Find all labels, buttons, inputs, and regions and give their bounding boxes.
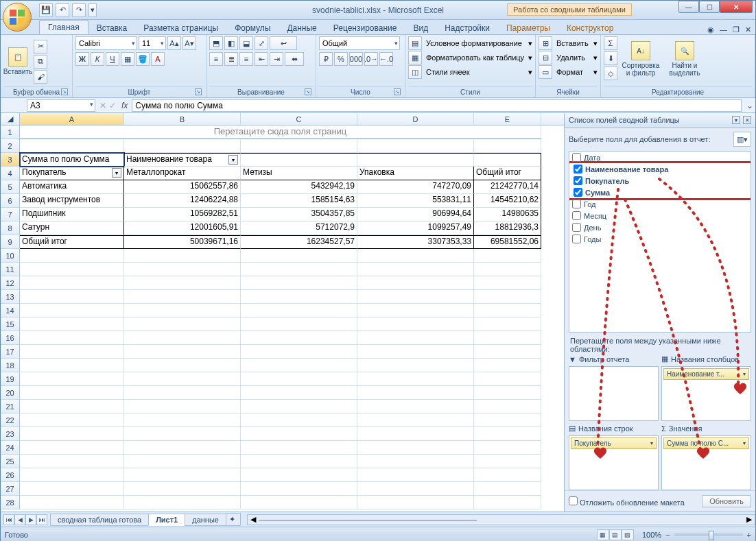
horizontal-scrollbar[interactable]: ◀▶ — [247, 514, 755, 525]
align-left[interactable]: ≡ — [209, 52, 223, 66]
cell-B6[interactable]: 12406224,88 — [124, 194, 241, 208]
cell-C16[interactable] — [241, 331, 357, 345]
field-checkbox[interactable] — [572, 200, 581, 208]
field-list-box[interactable]: ДатаНаименование товараПокупательСуммаГо… — [569, 151, 751, 333]
cell-E11[interactable] — [474, 263, 541, 276]
cell-D27[interactable] — [357, 482, 474, 496]
qat-save[interactable]: 💾 — [39, 3, 53, 17]
row-header[interactable]: 2 — [1, 139, 20, 153]
row-header[interactable]: 9 — [1, 235, 20, 249]
cell-E21[interactable] — [474, 400, 541, 413]
ribbon-tab-options[interactable]: Параметры — [498, 21, 558, 34]
cell-C7[interactable]: 3504357,85 — [241, 208, 357, 221]
row-header[interactable]: 6 — [1, 194, 20, 208]
font-name-combo[interactable]: Calibri — [75, 36, 137, 50]
autosum-button[interactable]: Σ — [604, 36, 617, 50]
field-checkbox[interactable] — [572, 223, 581, 232]
row-header[interactable]: 25 — [1, 455, 20, 468]
cell-A20[interactable] — [20, 386, 124, 400]
cell-E22[interactable] — [474, 413, 541, 427]
row-header[interactable]: 17 — [1, 345, 20, 359]
row-header[interactable]: 10 — [1, 249, 20, 263]
cell-D22[interactable] — [357, 413, 474, 427]
cell-B7[interactable]: 10569282,51 — [124, 208, 241, 221]
underline-button[interactable]: Ч — [106, 52, 119, 66]
cell-E7[interactable]: 14980635 — [474, 208, 541, 221]
defer-update-checkbox[interactable]: Отложить обновление макета — [569, 496, 685, 507]
cell-D21[interactable] — [357, 400, 474, 413]
ribbon-tab-addins[interactable]: Надстройки — [436, 21, 498, 34]
cell-B12[interactable] — [124, 276, 241, 290]
cell-D2[interactable] — [357, 139, 474, 153]
cell-A25[interactable] — [20, 455, 124, 468]
tab-nav-last[interactable]: ⏭ — [36, 514, 47, 525]
cell-A2[interactable] — [20, 139, 124, 153]
align-bottom[interactable]: ⬓ — [239, 36, 253, 50]
ribbon-tab-view[interactable]: Вид — [405, 21, 436, 34]
cell-E12[interactable] — [474, 276, 541, 290]
cell-D28[interactable] — [357, 496, 474, 509]
inc-decimal[interactable]: .0→ — [364, 52, 378, 66]
border-button[interactable]: ▦ — [121, 52, 134, 66]
cell-C3[interactable] — [241, 153, 357, 167]
cell-D4[interactable]: Упаковка — [357, 167, 474, 180]
cell-A15[interactable] — [20, 317, 124, 331]
cell-C6[interactable]: 1585154,63 — [241, 194, 357, 208]
zoom-slider[interactable] — [674, 533, 743, 536]
font-size-combo[interactable]: 11 — [139, 36, 166, 50]
align-center[interactable]: ≣ — [224, 52, 238, 66]
select-all-triangle[interactable]: ◢ — [1, 113, 20, 125]
sheet-tab-0[interactable]: сводная таблица готова — [50, 514, 149, 526]
bold-button[interactable]: Ж — [75, 52, 89, 66]
cell-C20[interactable] — [241, 386, 357, 400]
cell-C22[interactable] — [241, 413, 357, 427]
cell-D12[interactable] — [357, 276, 474, 290]
col-header-C[interactable]: C — [241, 113, 357, 125]
ribbon-tab-formulas[interactable]: Формулы — [226, 21, 279, 34]
row-header[interactable]: 27 — [1, 482, 20, 496]
cell-E9[interactable]: 69581552,06 — [474, 235, 541, 249]
cell-B13[interactable] — [124, 290, 241, 304]
cell-D20[interactable] — [357, 386, 474, 400]
col-header-E[interactable]: E — [474, 113, 541, 125]
row-header[interactable]: 8 — [1, 221, 20, 235]
cell-C13[interactable] — [241, 290, 357, 304]
fx-icon[interactable]: fx — [121, 101, 128, 110]
percent-button[interactable]: % — [334, 52, 348, 66]
row-header[interactable]: 15 — [1, 317, 20, 331]
cell-D9[interactable]: 3307353,33 — [357, 235, 474, 249]
indent-dec[interactable]: ⇤ — [255, 52, 268, 66]
cell-E23[interactable] — [474, 427, 541, 441]
cell-A18[interactable] — [20, 359, 124, 372]
cell-D10[interactable] — [357, 249, 474, 263]
cell-C27[interactable] — [241, 482, 357, 496]
col-header-D[interactable]: D — [357, 113, 474, 125]
cell-E24[interactable] — [474, 441, 541, 455]
doc-minimize[interactable]: — — [720, 25, 727, 34]
cell-A24[interactable] — [20, 441, 124, 455]
row-header[interactable]: 22 — [1, 413, 20, 427]
grow-font[interactable]: A▴ — [167, 36, 181, 50]
number-format-combo[interactable]: Общий — [319, 36, 400, 50]
cell-C15[interactable] — [241, 317, 357, 331]
qat-customize[interactable]: ▾ — [88, 3, 97, 17]
cell-D8[interactable]: 1099257,49 — [357, 221, 474, 235]
cell-D5[interactable]: 747270,09 — [357, 180, 474, 194]
cell-A10[interactable] — [20, 249, 124, 263]
cell-E20[interactable] — [474, 386, 541, 400]
cell-D15[interactable] — [357, 317, 474, 331]
ribbon-help-icon[interactable]: ◉ — [707, 25, 714, 34]
cell-A5[interactable]: Автоматика — [20, 180, 124, 194]
cell-C10[interactable] — [241, 249, 357, 263]
area-filter-box[interactable] — [569, 366, 659, 421]
zoom-level[interactable]: 100% — [642, 531, 661, 539]
row-header[interactable]: 18 — [1, 359, 20, 372]
cell-B22[interactable] — [124, 413, 241, 427]
row-header[interactable]: 26 — [1, 468, 20, 482]
dec-decimal[interactable]: ←.0 — [379, 52, 393, 66]
ribbon-tab-design[interactable]: Конструктор — [558, 21, 622, 34]
cell-D11[interactable] — [357, 263, 474, 276]
formula-expand[interactable]: ⌄ — [744, 101, 755, 110]
window-maximize[interactable]: ☐ — [699, 1, 720, 13]
cell-B28[interactable] — [124, 496, 241, 509]
